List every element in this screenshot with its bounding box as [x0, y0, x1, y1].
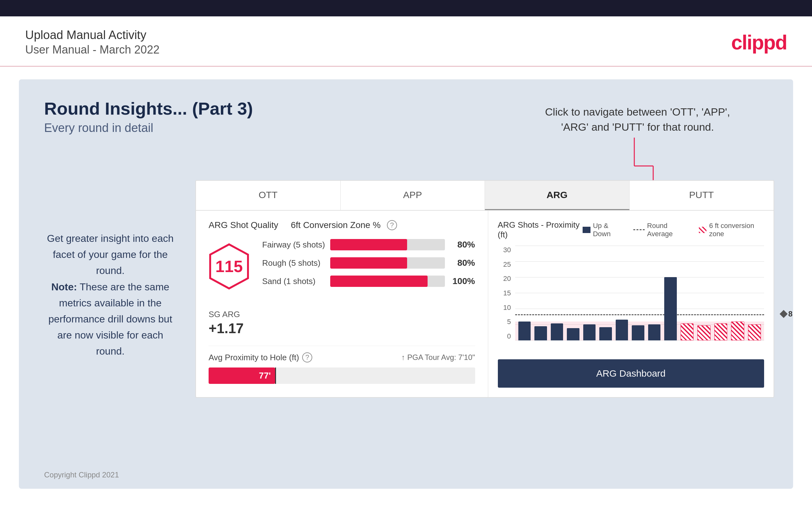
chart-bar-11	[697, 325, 711, 340]
logo: clippd	[731, 31, 787, 54]
left-panel-arg: ARG Shot Quality 6ft Conversion Zone % ?…	[196, 211, 489, 397]
legend-box-dashed	[633, 229, 644, 230]
section-title: ARG Shot Quality	[209, 220, 278, 230]
footer: Copyright Clippd 2021	[44, 470, 119, 479]
bar-container-1	[330, 257, 445, 269]
proximity-bar-container: 77'	[209, 368, 475, 384]
chart-bar-7	[632, 325, 644, 340]
arg-dashboard-button[interactable]: ARG Dashboard	[498, 359, 764, 388]
proximity-cursor	[275, 368, 276, 384]
legend-label-1: Round Average	[647, 222, 690, 238]
diamond-icon	[779, 310, 788, 318]
legend-label-0: Up & Down	[593, 222, 624, 238]
bar-percent-1: 80%	[450, 258, 475, 268]
y-label-20: 20	[503, 275, 511, 283]
header: Upload Manual Activity User Manual - Mar…	[0, 16, 812, 67]
bar-fill-2	[330, 276, 427, 287]
proximity-bar-value: 77'	[259, 371, 271, 381]
bar-fill-1	[330, 257, 407, 269]
tab-putt[interactable]: PUTT	[629, 181, 774, 210]
sg-label: SG ARG	[209, 309, 475, 319]
copyright-text: Copyright Clippd 2021	[44, 470, 119, 479]
shot-label-2: Sand (1 shots)	[262, 277, 325, 286]
hexagon: 115	[209, 243, 250, 290]
chart-bar-8	[648, 324, 661, 340]
main-content: Round Insights... (Part 3) Every round i…	[19, 79, 793, 489]
section-header: ARG Shot Quality 6ft Conversion Zone % ?	[209, 220, 475, 230]
legend-box-dark	[582, 227, 591, 233]
nav-hint-text: Click to navigate between 'OTT', 'APP','…	[545, 106, 730, 133]
chart-bar-10	[680, 323, 694, 340]
bar-fill-0	[330, 239, 407, 250]
proximity-title: Avg Proximity to Hole (ft) ?	[209, 352, 312, 362]
proximity-section: Avg Proximity to Hole (ft) ? ↑ PGA Tour …	[209, 346, 475, 384]
y-label-10: 10	[503, 303, 511, 312]
y-label-30: 30	[503, 246, 511, 254]
bar-percent-2: 100%	[450, 276, 475, 286]
section-sub: 6ft Conversion Zone %	[291, 220, 380, 230]
shot-row-1: Rough (5 shots) 80%	[262, 257, 475, 269]
bar-percent-0: 80%	[450, 240, 475, 250]
right-panel-arg: ARG Shots - Proximity (ft) Up & Down Rou…	[489, 211, 774, 397]
left-desc-text: Get greater insight into each facet of y…	[47, 233, 173, 357]
chart-header: ARG Shots - Proximity (ft) Up & Down Rou…	[498, 220, 764, 240]
shot-bars: Fairway (5 shots) 80% Rough (5 shots)	[262, 239, 475, 294]
bar-chart: 30 25 20 15 10 5 0	[498, 246, 764, 353]
tabs-row: OTT APP ARG PUTT	[196, 181, 773, 211]
legend-box-hatched	[699, 227, 707, 233]
chart-bar-0	[518, 322, 531, 340]
shot-row-2: Sand (1 shots) 100%	[262, 276, 475, 287]
chart-y-axis: 30 25 20 15 10 5 0	[498, 246, 514, 340]
top-bar	[0, 0, 812, 16]
chart-legend: Up & Down Round Average 6 ft conversion …	[582, 222, 764, 238]
pga-avg: ↑ PGA Tour Avg: 7'10"	[401, 353, 475, 362]
chart-bar-9	[664, 277, 677, 340]
chart-title: ARG Shots - Proximity (ft)	[498, 220, 582, 240]
chart-bar-4	[583, 324, 596, 340]
left-description: Get greater insight into each facet of y…	[44, 230, 176, 359]
y-label-25: 25	[503, 261, 511, 269]
chart-bar-2	[551, 323, 563, 340]
shot-row-0: Fairway (5 shots) 80%	[262, 239, 475, 250]
proximity-header: Avg Proximity to Hole (ft) ? ↑ PGA Tour …	[209, 352, 475, 362]
legend-label-2: 6 ft conversion zone	[709, 222, 764, 238]
bar-container-2	[330, 276, 445, 287]
sg-value: +1.17	[209, 321, 475, 336]
sg-section: SG ARG +1.17	[209, 303, 475, 336]
hexagon-value: 115	[215, 257, 243, 276]
shot-label-0: Fairway (5 shots)	[262, 240, 325, 250]
tab-ott[interactable]: OTT	[196, 181, 341, 210]
tab-app[interactable]: APP	[341, 181, 485, 210]
chart-bar-1	[535, 326, 547, 340]
chart-bar-6	[616, 320, 628, 340]
hexagon-container: 115 Fairway (5 shots) 80%	[209, 239, 475, 294]
chart-bar-14	[748, 324, 761, 340]
legend-item-1: Round Average	[633, 222, 689, 238]
proximity-bar-fill: 77'	[209, 368, 275, 384]
y-label-0: 0	[507, 332, 511, 340]
shot-label-1: Rough (5 shots)	[262, 258, 325, 268]
legend-item-0: Up & Down	[582, 222, 624, 238]
y-label-15: 15	[503, 289, 511, 297]
upload-title: Upload Manual Activity	[25, 29, 159, 42]
dashboard-panel: OTT APP ARG PUTT ARG Shot Quality 6ft Co…	[195, 180, 774, 398]
bars-group	[515, 246, 764, 340]
tab-arg[interactable]: ARG	[485, 181, 629, 210]
dashed-value: 8	[789, 309, 793, 318]
chart-bar-12	[714, 323, 727, 340]
chart-bar-5	[599, 327, 612, 340]
help-icon[interactable]: ?	[387, 220, 397, 230]
y-label-5: 5	[507, 318, 511, 326]
chart-area: 8	[515, 246, 764, 340]
proximity-title-text: Avg Proximity to Hole (ft)	[209, 353, 299, 362]
panel-body: ARG Shot Quality 6ft Conversion Zone % ?…	[196, 211, 773, 397]
header-left: Upload Manual Activity User Manual - Mar…	[25, 29, 159, 56]
note-bold: Note:	[51, 281, 77, 292]
chart-bar-13	[731, 322, 744, 340]
dashed-line-label: 8	[781, 309, 793, 318]
chart-bar-3	[567, 328, 579, 340]
bar-container-0	[330, 239, 445, 250]
legend-item-2: 6 ft conversion zone	[699, 222, 764, 238]
user-manual-label: User Manual - March 2022	[25, 43, 159, 56]
proximity-help-icon[interactable]: ?	[302, 352, 312, 362]
